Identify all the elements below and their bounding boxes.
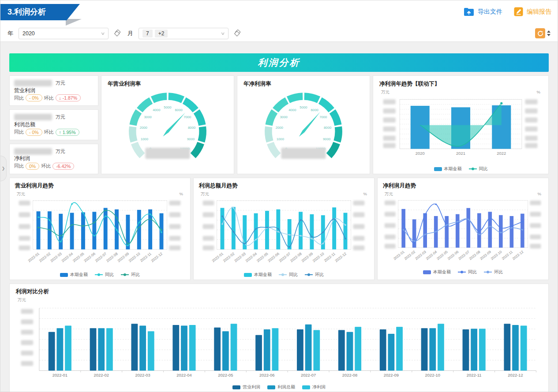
chart-title: 年净利润率 <box>243 80 363 88</box>
mom-label: 环比 <box>41 163 51 169</box>
top-bar: 3.利润分析 导出文件 编辑报告 <box>0 0 558 25</box>
legend-item-环比[interactable]: 环比 <box>121 272 140 278</box>
year-trend-card: 净利润年趋势【联动下】 万元% 202020212022 本期金额同比 <box>373 75 549 174</box>
legend-swatch <box>279 274 287 275</box>
svg-text:2022-07: 2022-07 <box>301 373 316 377</box>
year-select[interactable]: 2020 ∨ <box>19 28 109 39</box>
legend-label: 环比 <box>131 272 140 278</box>
gauge-card-operating-rate: 年营业利润率 010002000300040005000600070008000… <box>101 75 234 174</box>
svg-text:2022-02: 2022-02 <box>404 250 416 261</box>
legend-swatch <box>244 273 252 277</box>
month-select[interactable]: 7 +2 ∨ <box>139 28 228 39</box>
export-file-button[interactable]: 导出文件 <box>464 7 502 16</box>
legend-item-营业利润[interactable]: 营业利润 <box>232 384 260 390</box>
chart-title: 净利润月趋势 <box>383 182 543 190</box>
chart-legend: 本期金额同比 <box>379 166 542 172</box>
legend-swatch <box>305 274 313 275</box>
legend-item-环比[interactable]: 环比 <box>305 272 324 278</box>
spinner-down-icon[interactable] <box>547 34 551 36</box>
legend-swatch <box>95 274 103 275</box>
operating-rate-gauge[interactable]: 0100020003000400050006000700080009000100… <box>108 88 228 169</box>
clear-filter-icon[interactable] <box>234 30 241 37</box>
svg-text:8000: 8000 <box>324 126 332 130</box>
legend-item-同比[interactable]: 同比 <box>469 166 488 172</box>
svg-text:2022-03: 2022-03 <box>135 373 150 377</box>
svg-text:6000: 6000 <box>311 108 318 112</box>
spinner-up-icon[interactable] <box>547 30 551 33</box>
kpi-card-operating-profit[interactable]: 万元 营业利润 同比 - 0% 环比 ↓ -1.87% <box>9 75 98 106</box>
kpi-label: 营业利润 <box>14 87 94 94</box>
svg-text:2022-11: 2022-11 <box>467 373 482 377</box>
legend-swatch <box>232 385 240 389</box>
legend-item-同比[interactable]: 同比 <box>279 272 298 278</box>
y-axis-unit-left: 万元 <box>18 297 26 303</box>
mom-label: 环比 <box>44 129 54 135</box>
legend-label: 同比 <box>289 272 298 278</box>
clear-filter-icon[interactable] <box>114 30 121 37</box>
refresh-button[interactable] <box>535 28 545 38</box>
month-tag-7[interactable]: 7 <box>142 30 153 37</box>
legend-label: 本期金额 <box>70 272 88 278</box>
svg-text:2022-02: 2022-02 <box>94 373 109 377</box>
legend-swatch <box>423 270 431 274</box>
kpi-card-total-profit[interactable]: 万元 利润总额 同比 - 0% 环比 ↑ 1.95% <box>9 109 98 140</box>
kpi-card-net-profit[interactable]: 万元 净利润 同比 0% 环比 -6.42% <box>9 144 98 174</box>
svg-text:1000: 1000 <box>277 137 285 141</box>
page-spinner[interactable] <box>547 30 551 36</box>
svg-text:2022-11: 2022-11 <box>501 250 513 261</box>
profit-comparison-chart[interactable]: 2022-012022-022022-032022-042022-052022-… <box>16 303 542 384</box>
net-profit-year-chart[interactable]: 202020212022 <box>379 95 542 165</box>
svg-text:2022-04: 2022-04 <box>425 250 438 261</box>
edit-report-button[interactable]: 编辑报告 <box>514 7 551 16</box>
svg-text:2022-03: 2022-03 <box>50 252 63 263</box>
legend-swatch <box>267 385 275 389</box>
legend-item-本期金额[interactable]: 本期金额 <box>434 166 462 172</box>
svg-text:2022-05: 2022-05 <box>256 252 269 263</box>
y-axis-unit-left: 万元 <box>201 191 209 197</box>
net-monthly-chart[interactable]: 2022-012022-022022-032022-042022-052022-… <box>383 197 543 269</box>
svg-text:4000: 4000 <box>153 108 161 112</box>
operating-monthly-chart[interactable]: 2022-012022-022022-032022-042022-052022-… <box>15 197 185 271</box>
page-title: 3.利润分析 <box>0 4 80 20</box>
legend-item-本期金额[interactable]: 本期金额 <box>423 269 451 275</box>
legend-item-环比[interactable]: 环比 <box>484 269 503 275</box>
svg-text:2022-03: 2022-03 <box>414 250 427 261</box>
legend-item-同比[interactable]: 同比 <box>458 269 477 275</box>
legend-item-利润总额[interactable]: 利润总额 <box>267 384 295 390</box>
section-banner: 利润分析 <box>9 53 549 72</box>
mom-badge: ↓ -1.87% <box>56 94 81 101</box>
svg-text:2021: 2021 <box>456 151 465 156</box>
legend-swatch <box>434 167 442 171</box>
kpi-value-obscured <box>14 114 52 120</box>
svg-text:1000: 1000 <box>141 137 149 141</box>
legend-swatch <box>302 385 310 389</box>
yoy-label: 同比 <box>14 129 24 135</box>
legend-item-本期金额[interactable]: 本期金额 <box>244 272 272 278</box>
total-monthly-chart[interactable]: 2022-012022-022022-032022-042022-052022-… <box>199 197 369 271</box>
legend-item-本期金额[interactable]: 本期金额 <box>60 272 88 278</box>
svg-text:2022-07: 2022-07 <box>457 250 470 261</box>
chart-legend: 本期金额同比环比 <box>383 269 543 275</box>
kpi-unit: 万元 <box>56 80 65 86</box>
net-rate-gauge[interactable]: 0100020003000400050006000700080009000100… <box>243 88 363 169</box>
y-axis-unit-right: % <box>363 191 367 197</box>
svg-text:2022-05: 2022-05 <box>218 373 233 377</box>
svg-text:2022-06: 2022-06 <box>83 252 97 263</box>
page-title-text: 3.利润分析 <box>7 7 46 16</box>
legend-label: 同比 <box>479 166 488 172</box>
svg-text:2022-05: 2022-05 <box>72 252 85 263</box>
yoy-label: 同比 <box>14 163 24 169</box>
collapse-panel-handle[interactable]: ❯ <box>0 156 7 181</box>
legend-item-净利润[interactable]: 净利润 <box>302 384 326 390</box>
y-axis-unit-right: % <box>180 191 183 197</box>
svg-text:2022-11: 2022-11 <box>323 252 336 263</box>
legend-item-同比[interactable]: 同比 <box>95 272 114 278</box>
yoy-label: 同比 <box>14 95 24 101</box>
svg-text:3000: 3000 <box>144 115 152 119</box>
edit-report-label: 编辑报告 <box>527 8 551 16</box>
svg-text:2022-06: 2022-06 <box>259 373 274 377</box>
month-tag-more[interactable]: +2 <box>155 30 168 37</box>
y-axis-unit-left: 万元 <box>381 90 389 95</box>
refresh-icon <box>537 30 543 37</box>
y-axis-unit-left: 万元 <box>17 191 25 197</box>
